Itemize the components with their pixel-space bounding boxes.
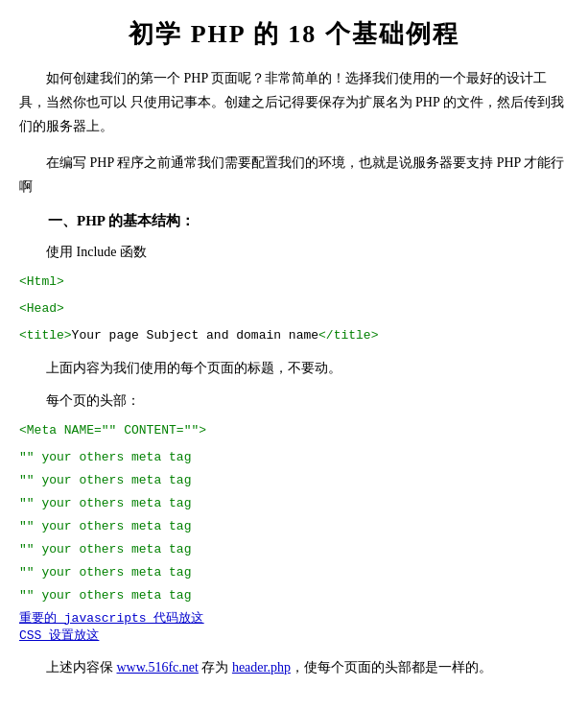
page-title: 初学 PHP 的 18 个基础例程 xyxy=(19,17,569,51)
meta-rows-container: "" your others meta tag "" your others m… xyxy=(19,447,569,607)
code-head-tag: <Head> xyxy=(19,298,569,320)
code-title-line: <title>Your page Subject and domain name… xyxy=(19,325,569,346)
css-link-anchor[interactable]: CSS 设置放这 xyxy=(19,628,99,643)
meta-row-7: "" your others meta tag xyxy=(19,585,569,606)
meta-row-4: "" your others meta tag xyxy=(19,516,569,537)
meta-row-1: "" your others meta tag xyxy=(19,447,569,468)
section-1-sub: 使用 Include 函数 xyxy=(19,240,569,264)
intro-paragraph-2: 在编写 PHP 程序之前通常我们需要配置我们的环境，也就是说服务器要支持 PHP… xyxy=(19,151,569,199)
above-note: 上面内容为我们使用的每个页面的标题，不要动。 xyxy=(19,356,569,380)
website-link[interactable]: www.516fc.net xyxy=(117,660,199,674)
js-link-anchor[interactable]: 重要的 javascripts 代码放这 xyxy=(19,611,203,626)
meta-row-6: "" your others meta tag xyxy=(19,562,569,583)
code-meta-line: <Meta NAME="" CONTENT=""> xyxy=(19,420,569,441)
title-content: Your page Subject and domain name xyxy=(72,328,318,343)
js-link[interactable]: 重要的 javascripts 代码放这 xyxy=(19,609,569,627)
title-open-tag: <title> xyxy=(19,328,72,343)
head-note: 每个页的头部： xyxy=(19,389,569,413)
section-1-title: 一、PHP 的基本结构： xyxy=(48,212,569,230)
meta-row-2: "" your others meta tag xyxy=(19,470,569,491)
meta-row-5: "" your others meta tag xyxy=(19,539,569,560)
css-link[interactable]: CSS 设置放这 xyxy=(19,627,569,644)
title-close-tag: </title> xyxy=(318,328,378,343)
bottom-paragraph: 上述内容保 www.516fc.net 存为 header.php，使每个页面的… xyxy=(19,655,569,679)
code-html-tag: <Html> xyxy=(19,272,569,293)
intro-paragraph-1: 如何创建我们的第一个 PHP 页面呢？非常简单的！选择我们使用的一个最好的设计工… xyxy=(19,66,569,139)
header-php-link[interactable]: header.php xyxy=(232,660,291,674)
meta-row-3: "" your others meta tag xyxy=(19,493,569,514)
